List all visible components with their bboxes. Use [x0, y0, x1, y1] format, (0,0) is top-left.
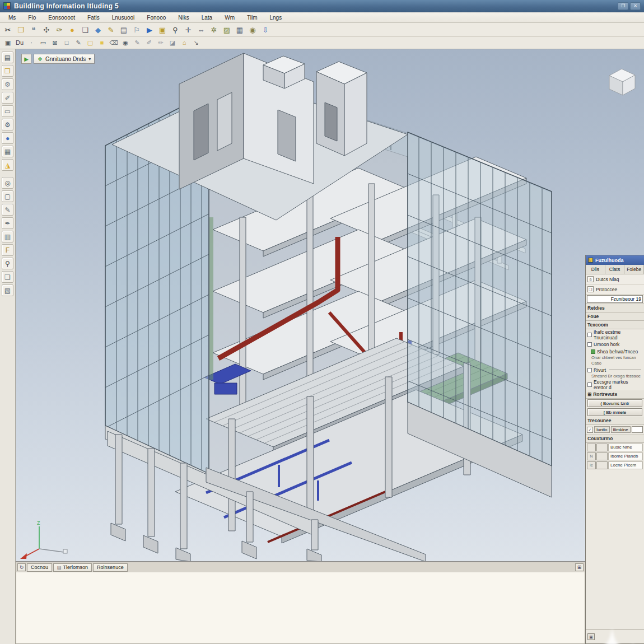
stamp-icon[interactable]: ◉ [246, 24, 259, 36]
menu-item[interactable]: Eonsoooot [42, 13, 81, 22]
grid-small-icon[interactable]: ▣ [2, 38, 13, 48]
layout-icon[interactable]: ▭ [38, 38, 49, 48]
checkbox[interactable] [587, 368, 592, 372]
close-window-button[interactable]: ✕ [630, 2, 641, 10]
view-selector-dropdown[interactable]: ❖ Gnnituano Dnds ▾ [34, 54, 95, 64]
checkbox[interactable] [587, 342, 592, 347]
checkbox-row[interactable]: Eecsgre markus erettor d [586, 379, 644, 390]
cut-icon[interactable]: ✂ [2, 24, 14, 36]
checkbox-row[interactable]: Rivurt [586, 366, 644, 374]
circle-tool-icon[interactable]: ◎ [2, 177, 13, 189]
dropdown-dot-icon[interactable]: · [26, 38, 37, 48]
panel-list-item[interactable]: a Dutcs Nlaq [586, 274, 644, 284]
checkbox[interactable] [587, 333, 592, 337]
checkbox-row[interactable]: Umoon hork [586, 340, 644, 348]
draw-icon[interactable]: ✎ [2, 204, 13, 216]
bulb-icon[interactable]: ● [2, 132, 13, 144]
menu-item[interactable]: Lata [195, 13, 218, 22]
grid-row[interactable]: Busic Nme [586, 443, 644, 452]
pointer-icon[interactable]: ↘ [190, 38, 202, 48]
eraser-icon[interactable]: ⌫ [108, 38, 119, 48]
section-header[interactable]: Texcoom [586, 321, 644, 329]
flag-icon[interactable]: ⚐ [130, 24, 143, 36]
bucket-icon[interactable]: ▢ [85, 38, 96, 48]
render-sphere-icon[interactable]: ● [66, 24, 78, 36]
pencil-icon[interactable]: ✎ [105, 24, 117, 36]
sketch-marker-icon[interactable]: ✏ [155, 38, 166, 48]
bim-3d-building-model[interactable]: Z [16, 49, 644, 562]
select-box-icon[interactable]: ▭ [2, 105, 13, 117]
grid-row[interactable]: ie Locne Plcem [586, 461, 644, 470]
search-icon[interactable]: ⚲ [2, 258, 13, 269]
checkbox-checked[interactable] [591, 349, 595, 354]
properties-panel-header[interactable]: Fuzulhuoda [586, 255, 644, 265]
paint-icon[interactable]: ✑ [53, 24, 66, 36]
menu-item[interactable]: Ms [2, 13, 22, 22]
units-icon[interactable]: Du [14, 38, 25, 48]
panel-action-button[interactable]: ( Bovums tzntr [587, 399, 642, 407]
modify-icon[interactable]: ✐ [2, 92, 13, 104]
section-header[interactable]: ⊞ Rortrevuts [586, 390, 644, 399]
sketch-pencil-icon[interactable]: ✐ [143, 38, 155, 48]
project-folder-icon[interactable]: ❒ [2, 65, 13, 77]
menu-item[interactable]: Wm [218, 13, 241, 22]
image-icon[interactable]: ▨ [221, 24, 233, 36]
family-icon[interactable]: F [2, 244, 13, 256]
resource-cell[interactable]: Ilimkine [611, 426, 631, 433]
pattern-icon[interactable]: ▦ [234, 24, 246, 36]
new-document-icon[interactable]: ❏ [79, 24, 91, 36]
menu-item[interactable]: Lngs [263, 13, 288, 22]
section-header[interactable]: Foue [586, 312, 644, 321]
folder-view-icon[interactable]: ▣ [156, 24, 169, 36]
menu-item[interactable]: Lnusuooi [106, 13, 141, 22]
name-field[interactable] [587, 295, 643, 303]
resource-cell[interactable]: Iuntio [594, 426, 610, 433]
section-header[interactable]: Trecounee [586, 417, 644, 425]
note-icon[interactable]: ✎ [73, 38, 84, 48]
menu-item[interactable]: Fatls [81, 13, 106, 22]
panel-action-button[interactable]: [ Bb mmele [587, 408, 642, 416]
gears-icon[interactable]: ⚙ [2, 119, 13, 130]
doc-icon[interactable]: ❏ [2, 271, 13, 283]
run-icon[interactable]: ▶ [143, 24, 156, 36]
play-view-button[interactable]: ▶ [21, 54, 31, 64]
panel-tab-3[interactable]: Foiebe [624, 265, 644, 274]
section-header[interactable]: Retdies [586, 304, 644, 312]
view-tab-1[interactable]: Cocnou [27, 563, 52, 572]
model-viewport[interactable]: Z ▶ ❖ Gnnituano Dnds ▾ [16, 49, 644, 562]
view-tab-2[interactable]: ▤Tlerlomson [53, 563, 92, 572]
points-icon[interactable]: ✲ [208, 24, 220, 36]
chart-icon[interactable]: ▧ [2, 284, 13, 296]
swatch-icon[interactable]: ■ [96, 38, 108, 48]
material-icon[interactable]: ◆ [92, 24, 104, 36]
panel-icon[interactable]: ▦ [2, 146, 13, 157]
view-tab-3[interactable]: Rolnsenuce [93, 563, 128, 572]
open-folder-icon[interactable]: ❒ [15, 24, 27, 36]
grid-row[interactable]: N Ibome Plandb [586, 452, 644, 461]
box-tool-icon[interactable]: ▢ [2, 190, 13, 202]
checkbox-row[interactable]: Ihafc ecstme Tnurcinuad [586, 329, 644, 340]
menu-item[interactable]: Fonooo [141, 13, 172, 22]
menu-item[interactable]: Flo [22, 13, 42, 22]
checkbox-row[interactable]: Shea behwa/Tnceo [586, 348, 644, 355]
grid-view-icon[interactable]: ⊞ [575, 563, 584, 571]
panel-tab-1[interactable]: Dlis [586, 265, 605, 274]
comment-icon[interactable]: ❝ [27, 24, 40, 36]
snap-icon[interactable]: ✣ [40, 24, 53, 36]
menu-item[interactable]: Niks [172, 13, 195, 22]
blank-icon[interactable]: □ [61, 38, 72, 48]
panel-tab-2[interactable]: Clats [605, 265, 625, 274]
settings-icon[interactable]: ⚙ [2, 78, 13, 90]
measure-icon[interactable]: ◪ [167, 38, 178, 48]
stamp-small-icon[interactable]: ◉ [120, 38, 131, 48]
bottom-detail-pane[interactable] [16, 572, 585, 644]
section-header[interactable]: Couxturmo [586, 435, 644, 443]
close-box-icon[interactable]: ⊠ [49, 38, 60, 48]
menu-item[interactable]: Tilm [241, 13, 264, 22]
resource-input[interactable] [632, 426, 643, 433]
restore-window-button[interactable]: ❐ [618, 2, 628, 10]
zoom-icon[interactable]: ⚲ [169, 24, 181, 36]
export-icon[interactable]: ⇩ [259, 24, 272, 36]
properties-icon[interactable]: ▤ [2, 52, 13, 63]
home-icon[interactable]: ⌂ [179, 38, 190, 48]
